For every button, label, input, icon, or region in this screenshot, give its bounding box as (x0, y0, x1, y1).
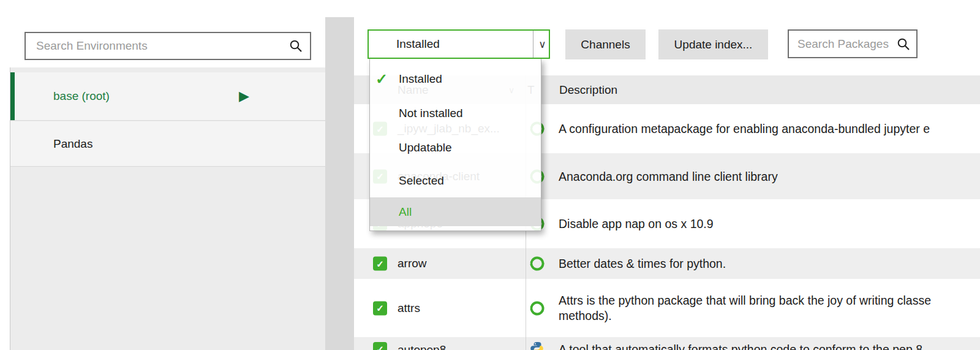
description-line: Better dates & times for python. (559, 256, 726, 272)
search-icon (896, 37, 911, 51)
channels-button[interactable]: Channels (565, 29, 646, 59)
package-filter-select[interactable]: Installed ∨ (368, 29, 550, 59)
description-line: A tool that automatically formats python… (559, 342, 922, 350)
search-icon (288, 39, 303, 53)
menu-item-installed[interactable]: ✓ Installed (370, 63, 541, 95)
package-name: attrs (398, 302, 420, 315)
package-name: arrow (398, 257, 427, 270)
update-index-button[interactable]: Update index... (658, 29, 768, 59)
table-row[interactable]: ✓ arrow Better dates & times for python. (354, 248, 980, 279)
check-icon: ✓ (375, 70, 388, 88)
table-row[interactable]: ✓ attrs Attrs is the python package that… (354, 279, 980, 337)
chevron-down-icon: ∨ (533, 38, 551, 51)
environment-name: base (root) (53, 89, 110, 103)
menu-item-all[interactable]: All (370, 197, 541, 226)
package-description: A configuration metapackage for enabling… (559, 121, 930, 137)
package-description: Attrs is the python package that will br… (559, 293, 931, 324)
menu-item-updatable[interactable]: Updatable (370, 132, 541, 164)
checkbox-checked[interactable]: ✓ (373, 342, 387, 350)
menu-item-label: Not installed (399, 107, 463, 120)
description-line: Disable app nap on os x 10.9 (559, 216, 714, 232)
play-icon[interactable]: ▶ (239, 89, 249, 103)
menu-item-selected[interactable]: Selected (370, 165, 541, 197)
description-line: A configuration metapackage for enabling… (559, 121, 930, 137)
filter-dropdown-menu: ✓ Installed Not installed Updatable Sele… (369, 59, 541, 231)
search-environments-input[interactable] (26, 33, 310, 59)
menu-item-label: Installed (399, 72, 442, 86)
package-name: autopep8 (398, 343, 446, 350)
description-line: methods). (559, 308, 931, 324)
anaconda-icon (529, 300, 545, 316)
menu-item-not-installed[interactable]: Not installed (370, 97, 541, 129)
environment-item-pandas[interactable]: Pandas (10, 121, 325, 167)
environment-item-base-root[interactable]: base (root) ▶ (10, 72, 325, 121)
menu-item-label: Selected (399, 174, 444, 188)
search-environments-box (24, 32, 311, 60)
selected-indicator-bar (10, 72, 15, 120)
search-packages-box (788, 29, 918, 58)
table-row[interactable]: ✓ autopep8 A tool that automatically for… (354, 337, 980, 350)
checkbox-checked[interactable]: ✓ (373, 257, 387, 271)
description-line: Attrs is the python package that will br… (559, 293, 931, 308)
panel-gutter (325, 17, 354, 350)
checkbox-checked[interactable]: ✓ (373, 301, 387, 315)
menu-item-label: All (399, 205, 412, 219)
filter-selected-value: Installed (396, 37, 440, 51)
column-header-description: Description (559, 83, 617, 97)
package-description: A tool that automatically formats python… (559, 342, 922, 350)
anaconda-icon (529, 256, 545, 272)
package-description: Better dates & times for python. (559, 256, 726, 272)
description-line: Anaconda.org command line client library (559, 169, 778, 184)
menu-item-label: Updatable (399, 141, 452, 154)
anaconda-navigator-environments-view: base (root) ▶ Pandas Name ∨ T Descriptio… (0, 0, 980, 350)
environment-name: Pandas (53, 137, 92, 151)
package-description: Disable app nap on os x 10.9 (559, 216, 714, 232)
python-icon (529, 341, 545, 350)
package-description: Anaconda.org command line client library (559, 169, 778, 184)
